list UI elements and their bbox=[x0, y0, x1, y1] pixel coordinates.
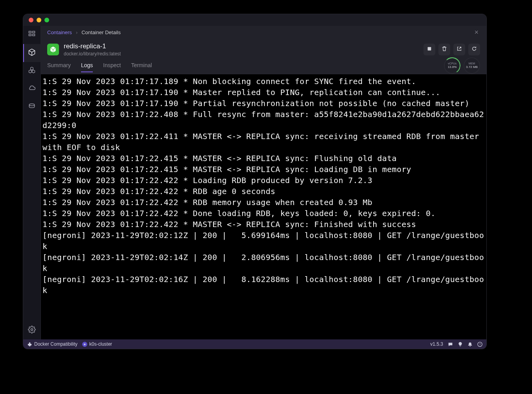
tab-summary[interactable]: Summary bbox=[47, 59, 71, 72]
svg-point-5 bbox=[31, 329, 33, 331]
trash-icon bbox=[442, 46, 447, 53]
svg-point-4 bbox=[29, 104, 34, 106]
tabs: Summary Logs Inspect Terminal vCPUs 13.8… bbox=[41, 57, 486, 74]
sidebar-item-cloud[interactable] bbox=[23, 80, 40, 98]
sidebar-item-dashboard[interactable] bbox=[23, 26, 40, 44]
container-image: docker.io/library/redis:latest bbox=[64, 51, 121, 57]
tab-terminal[interactable]: Terminal bbox=[131, 59, 152, 72]
svg-text:?: ? bbox=[479, 342, 480, 346]
sidebar-item-volumes[interactable] bbox=[23, 98, 40, 116]
window-minimize-button[interactable] bbox=[37, 18, 41, 22]
mem-label: MEM bbox=[469, 62, 475, 65]
chat-icon[interactable] bbox=[448, 342, 453, 347]
container-icon bbox=[47, 44, 59, 55]
cpu-label: vCPUs bbox=[448, 62, 457, 65]
svg-rect-0 bbox=[29, 31, 31, 33]
sidebar-item-pods[interactable] bbox=[23, 62, 40, 80]
statusbar-version: v1.5.3 bbox=[430, 341, 443, 347]
log-output: 1:S 29 Nov 2023 01:17:17.189 * Non block… bbox=[41, 74, 486, 297]
statusbar: Docker Compatibility ⎈ k0s-cluster v1.5.… bbox=[23, 339, 486, 349]
sidebar-item-containers[interactable] bbox=[23, 44, 40, 62]
window-maximize-button[interactable] bbox=[44, 18, 49, 22]
mem-value: 3.72 MB bbox=[466, 65, 478, 69]
external-link-icon bbox=[457, 46, 462, 53]
statusbar-docker[interactable]: Docker Compatibility bbox=[27, 341, 77, 347]
statusbar-cluster-label: k0s-cluster bbox=[89, 341, 112, 347]
svg-rect-3 bbox=[33, 34, 35, 36]
titlebar bbox=[23, 14, 486, 26]
breadcrumb: Containers › Container Details × bbox=[41, 26, 486, 38]
bulb-icon[interactable] bbox=[458, 342, 463, 347]
breadcrumb-root-link[interactable]: Containers bbox=[47, 29, 72, 35]
close-panel-button[interactable]: × bbox=[473, 28, 480, 37]
container-header: redis-replica-1 docker.io/library/redis:… bbox=[41, 38, 486, 57]
delete-button[interactable] bbox=[438, 44, 450, 55]
storage-icon bbox=[28, 103, 36, 112]
statusbar-cluster[interactable]: ⎈ k0s-cluster bbox=[82, 341, 112, 347]
window-close-button[interactable] bbox=[29, 18, 33, 22]
tab-inspect[interactable]: Inspect bbox=[103, 59, 121, 72]
svg-rect-1 bbox=[33, 31, 35, 33]
log-viewport[interactable]: 1:S 29 Nov 2023 01:17:17.189 * Non block… bbox=[41, 74, 486, 339]
sidebar bbox=[23, 26, 41, 339]
help-icon[interactable]: ? bbox=[477, 342, 482, 347]
cloud-icon bbox=[28, 84, 36, 94]
stop-icon bbox=[427, 46, 432, 53]
cpu-stat-chip: vCPUs 13.8% bbox=[444, 57, 460, 74]
breadcrumb-current: Container Details bbox=[81, 29, 121, 35]
cube-icon bbox=[28, 48, 36, 58]
tab-logs[interactable]: Logs bbox=[81, 59, 93, 72]
refresh-icon bbox=[471, 46, 477, 53]
chevron-right-icon: › bbox=[76, 29, 77, 35]
dashboard-icon bbox=[28, 30, 36, 40]
gear-icon bbox=[28, 326, 36, 335]
svg-rect-6 bbox=[428, 47, 431, 51]
bell-icon[interactable] bbox=[468, 342, 473, 347]
mem-stat-chip: MEM 3.72 MB bbox=[464, 57, 480, 74]
app-window: Containers › Container Details × redis-r… bbox=[23, 14, 487, 349]
sidebar-item-settings[interactable] bbox=[23, 321, 40, 339]
kube-icon: ⎈ bbox=[82, 342, 87, 347]
statusbar-docker-label: Docker Compatibility bbox=[34, 341, 77, 347]
svg-rect-2 bbox=[29, 34, 31, 36]
cpu-value: 13.8% bbox=[448, 65, 457, 69]
plug-icon bbox=[27, 342, 32, 347]
cubes-icon bbox=[28, 66, 36, 76]
restart-button[interactable] bbox=[468, 44, 480, 55]
stop-button[interactable] bbox=[423, 44, 435, 55]
open-external-button[interactable] bbox=[453, 44, 465, 55]
container-name: redis-replica-1 bbox=[64, 42, 121, 50]
